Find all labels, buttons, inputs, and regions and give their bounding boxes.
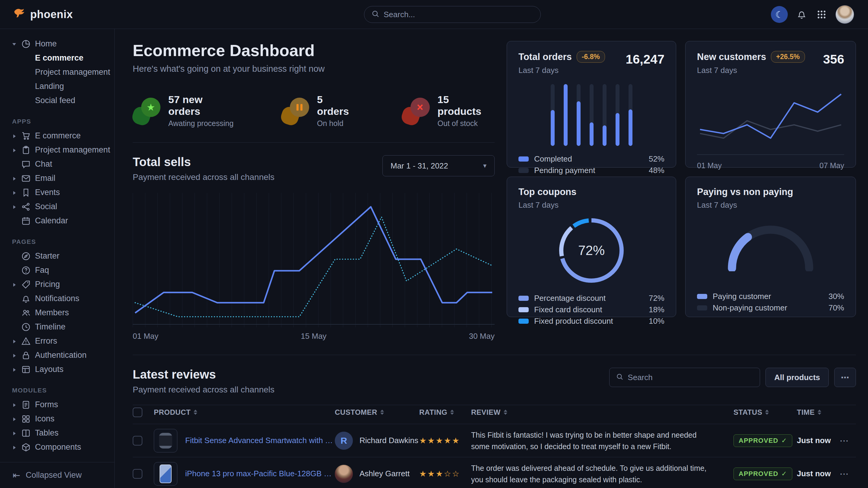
sidebar-subitem-project-management[interactable]: Project management (0, 65, 114, 79)
sidebar-item-members[interactable]: Members (0, 306, 114, 320)
column-header-review[interactable]: REVIEW (471, 408, 734, 417)
sort-icon[interactable] (504, 410, 507, 415)
sidebar-item-forms[interactable]: Forms (0, 398, 114, 412)
sidebar-subitem-landing[interactable]: Landing (0, 79, 114, 93)
paying-gauge-chart (725, 223, 816, 272)
rating-stars: ★★★☆☆ (419, 469, 471, 479)
sort-icon[interactable] (450, 410, 454, 415)
chevron-down-icon: ▾ (483, 162, 487, 170)
new-customers-value: 356 (823, 52, 844, 67)
bar (577, 84, 581, 146)
sidebar-item-social[interactable]: Social (0, 199, 114, 214)
reviews-title: Latest reviews (133, 368, 275, 381)
apps-grid-icon[interactable] (815, 8, 828, 21)
stat-icon: × (402, 97, 430, 125)
legend-swatch (519, 307, 529, 312)
total-orders-card: Total orders -6.8% Last 7 days 16,247 Co… (507, 41, 676, 168)
sidebar-item-e-commerce[interactable]: E commerce (0, 129, 114, 143)
global-search-input[interactable] (384, 10, 533, 19)
clipboard-icon (22, 145, 30, 155)
sidebar-item-chat[interactable]: Chat (0, 157, 114, 171)
chevron-right-icon (12, 133, 17, 138)
column-header-rating[interactable]: RATING (419, 408, 471, 417)
legend-swatch (697, 305, 707, 311)
sidebar-item-project-management[interactable]: Project management (0, 143, 114, 157)
check-icon: ✓ (781, 470, 787, 478)
row-checkbox[interactable] (133, 436, 142, 446)
box-icon (22, 443, 30, 452)
product-link[interactable]: iPhone 13 pro max-Pacific Blue-128GB sto… (185, 469, 335, 478)
date-range-select[interactable]: Mar 1 - 31, 2022 ▾ (382, 155, 495, 176)
legend-swatch (697, 294, 707, 299)
customer-name: Ashley Garrett (360, 469, 409, 478)
divider (133, 142, 495, 142)
collapse-sidebar-button[interactable]: ⇤ Collapsed View (0, 462, 114, 488)
table-row[interactable]: iPhone 13 pro max-Pacific Blue-128GB sto… (133, 457, 856, 488)
lock-icon (22, 351, 30, 360)
row-menu-button[interactable]: ⋯ (832, 435, 856, 446)
review-time: Just now (797, 469, 832, 478)
coupons-donut-chart: 72% (557, 216, 626, 285)
sort-icon[interactable] (765, 410, 769, 415)
sidebar-item-errors[interactable]: Errors (0, 334, 114, 348)
column-header-customer[interactable]: CUSTOMER (335, 408, 419, 417)
warning-icon (22, 337, 30, 346)
bell-icon (22, 294, 30, 303)
sidebar-item-calendar[interactable]: Calendar (0, 214, 114, 228)
sidebar-item-email[interactable]: Email (0, 171, 114, 185)
chevron-right-icon (12, 417, 17, 421)
column-header-product[interactable]: PRODUCT (154, 408, 335, 417)
sidebar-subitem-social-feed[interactable]: Social feed (0, 93, 114, 108)
bar (628, 84, 632, 146)
mail-icon (22, 174, 30, 183)
sidebar-item-faq[interactable]: Faq (0, 263, 114, 277)
theme-toggle-moon-icon[interactable]: ☾ (771, 6, 788, 23)
sidebar-item-events[interactable]: Events (0, 185, 114, 199)
product-thumbnail (154, 429, 177, 452)
new-customers-card: New customers +26.5% Last 7 days 356 01 … (685, 41, 856, 168)
sidebar-item-tables[interactable]: Tables (0, 426, 114, 440)
global-search[interactable] (364, 6, 541, 23)
chevron-right-icon (12, 353, 17, 358)
brand-logo[interactable]: phoenix (0, 7, 73, 22)
table-row[interactable]: Fitbit Sense Advanced Smartwatch with To… (133, 424, 856, 457)
avatar (335, 465, 353, 483)
reviews-more-button[interactable]: ⋯ (834, 368, 856, 387)
sort-icon[interactable] (380, 410, 384, 415)
star-icon: ★ (147, 102, 155, 113)
sort-icon[interactable] (818, 410, 821, 415)
bar (602, 84, 607, 146)
bar (551, 84, 555, 146)
chevron-right-icon (12, 282, 17, 287)
sidebar-item-home[interactable]: Home (0, 37, 114, 51)
sidebar-item-components[interactable]: Components (0, 440, 114, 454)
user-avatar[interactable] (835, 5, 854, 24)
sidebar-item-notifications[interactable]: Notifications (0, 291, 114, 306)
stat-out-of-stock: ×15 productsOut of stock (402, 94, 495, 128)
sidebar-subitem-e-commerce[interactable]: E commerce (0, 51, 114, 65)
sidebar-item-starter[interactable]: Starter (0, 249, 114, 263)
sidebar-item-timeline[interactable]: Timeline (0, 320, 114, 334)
reviews-table: PRODUCTCUSTOMERRATINGREVIEWSTATUSTIME Fi… (133, 405, 856, 488)
sidebar-item-authentication[interactable]: Authentication (0, 348, 114, 362)
reviews-search-input[interactable] (628, 373, 753, 382)
sidebar-item-pricing[interactable]: Pricing (0, 277, 114, 291)
select-all-checkbox[interactable] (133, 408, 142, 417)
stats-row: ★57 new ordersAwating processing5 orders… (133, 94, 495, 128)
reviews-subtitle: Payment received across all channels (133, 385, 275, 395)
search-icon (372, 10, 379, 19)
sort-icon[interactable] (194, 410, 197, 415)
phoenix-flame-icon (13, 7, 26, 22)
row-checkbox[interactable] (133, 469, 142, 479)
notifications-bell-icon[interactable] (796, 8, 808, 21)
reviews-search[interactable] (609, 368, 760, 387)
sidebar-item-layouts[interactable]: Layouts (0, 362, 114, 377)
product-link[interactable]: Fitbit Sense Advanced Smartwatch with To… (185, 436, 335, 445)
column-header-status[interactable]: STATUS (734, 408, 797, 417)
column-header-time[interactable]: TIME (797, 408, 832, 417)
legend-item: Completed52% (519, 153, 664, 165)
sidebar-section-label: MODULES (0, 377, 114, 398)
sidebar-item-icons[interactable]: Icons (0, 412, 114, 426)
row-menu-button[interactable]: ⋯ (832, 468, 856, 479)
all-products-button[interactable]: All products (766, 368, 829, 387)
